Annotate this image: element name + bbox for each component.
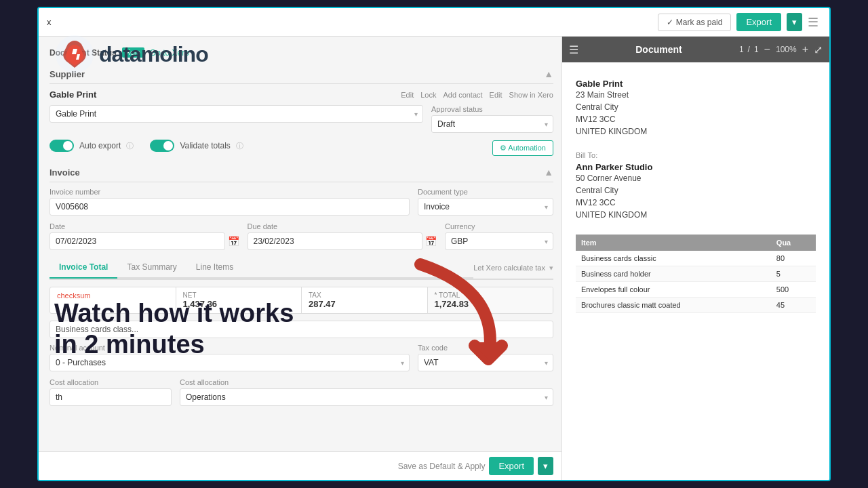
document-type-wrapper: Invoice <box>418 198 553 216</box>
supplier-row: Gable Print Edit Lock Add contact Edit S… <box>50 89 553 100</box>
list-icon[interactable]: ☰ <box>808 15 818 30</box>
headline-overlay: Watch how it works in 2 minutes <box>54 298 294 360</box>
auto-export-toggle[interactable] <box>50 140 74 152</box>
auto-export-label: Auto export <box>79 141 121 150</box>
currency-select[interactable]: GBP <box>445 232 553 250</box>
from-postcode: MV12 3CC <box>576 113 816 125</box>
invoice-date-input[interactable] <box>50 232 225 250</box>
document-type-select[interactable]: Invoice <box>418 198 553 216</box>
from-country: UNITED KINGDOM <box>576 125 816 138</box>
supplier-edit-link[interactable]: Edit <box>401 91 414 99</box>
invoice-number-label: Invoice number <box>50 188 410 196</box>
footer-export-arrow-button[interactable]: ▾ <box>538 457 553 475</box>
invoice-section-header: Invoice ▲ <box>50 163 553 182</box>
approval-status-select[interactable]: Draft <box>431 115 553 133</box>
item-name-cell: Brochures classic matt coated <box>576 298 771 313</box>
arrow-overlay <box>393 251 529 386</box>
currency-wrapper: GBP <box>445 232 553 250</box>
supplier-select-group: Gable Print <box>50 105 423 133</box>
due-date-calendar-icon[interactable]: 📅 <box>425 236 437 247</box>
export-dropdown-button[interactable]: ▾ <box>787 13 802 31</box>
invoice-section-title: Invoice <box>50 167 80 178</box>
tab-tax-summary[interactable]: Tax Summary <box>117 257 186 279</box>
validate-totals-info-icon: ⓘ <box>236 141 243 151</box>
logo-text: datamolino <box>99 42 208 67</box>
supplier-name: Gable Print <box>50 89 394 100</box>
zoom-out-icon[interactable]: − <box>764 43 770 56</box>
mark-as-paid-button[interactable]: ✓ Mark as paid <box>658 14 732 31</box>
date-calendar-icon[interactable]: 📅 <box>228 236 239 247</box>
supplier-add-contact-link[interactable]: Add contact <box>443 91 483 99</box>
automation-button[interactable]: ⚙ Automation <box>492 140 553 156</box>
from-address: Gable Print 23 Main Street Central City … <box>576 79 816 138</box>
item-name-cell: Business cards classic <box>576 251 771 266</box>
from-company-name: Gable Print <box>576 79 816 89</box>
current-page: 1 <box>739 45 744 54</box>
invoice-table: Item Qua Business cards classic 80 Busin… <box>576 235 816 313</box>
tab-invoice-total[interactable]: Invoice Total <box>50 257 117 279</box>
document-type-label: Document type <box>418 188 553 196</box>
zoom-level: 100% <box>776 45 797 54</box>
supplier-edit2-link[interactable]: Edit <box>490 91 502 99</box>
due-date-label: Due date <box>248 222 437 230</box>
validate-totals-toggle[interactable] <box>150 140 174 152</box>
item-qty-cell: 5 <box>771 266 816 282</box>
col-item-header: Item <box>576 235 771 251</box>
cost-allocation-select[interactable]: Operations <box>180 388 553 406</box>
invoice-dates-row: Date 📅 Due date 📅 Currency GBP <box>50 222 553 250</box>
invoice-number-row: Invoice number Document type Invoice <box>50 188 553 216</box>
client-city: Central City <box>576 184 816 197</box>
document-type-group: Document type Invoice <box>418 188 553 216</box>
client-postcode: MV12 3CC <box>576 197 816 209</box>
validate-totals-toggle-row: Validate totals ⓘ <box>150 140 243 152</box>
allocation-name-input[interactable] <box>50 388 172 406</box>
zoom-in-icon[interactable]: + <box>802 43 808 56</box>
menu-icon[interactable]: ☰ <box>569 43 578 56</box>
due-date-input[interactable] <box>248 232 423 250</box>
approval-status-group: Approval status Draft <box>431 105 553 133</box>
tab-line-items[interactable]: Line Items <box>186 257 243 279</box>
supplier-lock-link[interactable]: Lock <box>420 91 436 99</box>
item-name-cell: Business card holder <box>576 266 771 282</box>
currency-label: Currency <box>445 222 553 230</box>
supplier-select[interactable]: Gable Print <box>50 105 423 123</box>
tax-dropdown-chevron[interactable]: ▾ <box>549 264 553 272</box>
cost-allocation-wrapper: Operations <box>180 388 553 406</box>
client-street: 50 Corner Avenue <box>576 172 816 184</box>
invoice-collapse-icon[interactable]: ▲ <box>544 167 553 178</box>
item-name-cell: Envelopes full colour <box>576 282 771 298</box>
footer-export-button[interactable]: Export <box>489 457 534 475</box>
supplier-select-wrapper: Gable Print <box>50 105 423 123</box>
table-row: Business cards classic 80 <box>576 251 816 266</box>
save-default-apply-button[interactable]: Save as Default & Apply <box>398 462 486 471</box>
col-qty-header: Qua <box>771 235 816 251</box>
table-row: Envelopes full colour 500 <box>576 282 816 298</box>
footer-actions: Save as Default & Apply Export ▾ <box>39 451 564 480</box>
document-title: Document <box>584 44 734 55</box>
invoice-date-group: Date 📅 <box>50 222 239 250</box>
bill-to-section: Bill To: Ann Parker Studio 50 Corner Ave… <box>576 151 816 221</box>
approval-status-label: Approval status <box>431 105 553 113</box>
validate-totals-label: Validate totals <box>180 141 231 150</box>
item-qty-cell: 45 <box>771 298 816 313</box>
expand-icon[interactable]: ⤢ <box>814 43 823 56</box>
allocation-label-group: Cost allocation <box>50 378 172 406</box>
table-row: Business card holder 5 <box>576 266 816 282</box>
invoice-number-input[interactable] <box>50 198 410 216</box>
supplier-show-xero-link[interactable]: Show in Xero <box>509 91 553 99</box>
currency-group: Currency GBP <box>445 222 553 250</box>
bill-to-label: Bill To: <box>576 151 816 159</box>
top-bar: x ✓ Mark as paid Export ▾ ☰ Follow <box>39 8 829 37</box>
headline-line1: Watch how it works <box>54 298 294 329</box>
invoice-number-group: Invoice number <box>50 188 410 216</box>
logo-icon-svg <box>54 34 95 75</box>
client-company-name: Ann Parker Studio <box>576 162 816 172</box>
document-toolbar: ☰ Document 1 / 1 − 100% + ⤢ <box>562 37 829 62</box>
breadcrumb-x: x <box>47 17 52 27</box>
supplier-collapse-icon[interactable]: ▲ <box>544 68 553 79</box>
table-row: Brochures classic matt coated 45 <box>576 298 816 313</box>
total-pages: 1 <box>754 45 759 54</box>
datamolino-logo: datamolino <box>54 34 208 75</box>
export-button[interactable]: Export <box>736 13 781 31</box>
document-content: Gable Print 23 Main Street Central City … <box>562 62 829 480</box>
